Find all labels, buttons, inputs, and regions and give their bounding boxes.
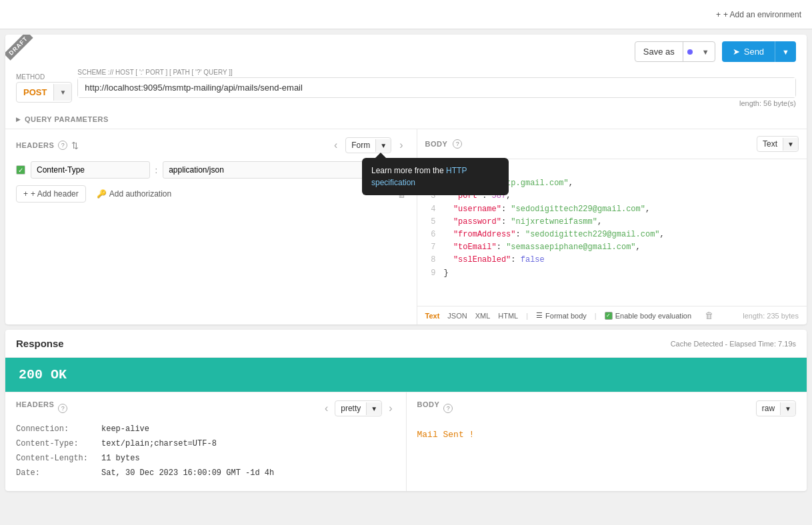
check-icon: ✓ <box>18 167 23 174</box>
send-button[interactable]: ➤ Send ▼ <box>722 41 796 62</box>
pretty-dropdown-arrow-icon: ▼ <box>366 402 381 415</box>
body-info-icon[interactable]: ? <box>453 139 462 149</box>
headers-expand-right-btn[interactable]: › <box>397 138 405 153</box>
request-panel: DRAFT Save as ▼ ➤ Send ▼ METHOD POST ▼ S… <box>5 35 807 324</box>
text-format-arrow-icon: ▼ <box>783 138 798 151</box>
enable-eval-checkbox[interactable]: ✓ <box>605 312 613 320</box>
query-params-triangle-icon: ▶ <box>16 116 21 123</box>
method-label: METHOD <box>16 73 72 81</box>
status-code: 200 OK <box>19 367 67 382</box>
send-btn-main[interactable]: ➤ Send <box>722 41 775 62</box>
body-label: BODY <box>425 140 448 148</box>
headers-info-icon[interactable]: ? <box>58 141 67 150</box>
header-key-input[interactable] <box>31 161 150 179</box>
resp-body-label: BODY <box>417 400 440 408</box>
header-value-input[interactable] <box>163 161 389 179</box>
add-authorization-button[interactable]: 🔑 Add authorization <box>97 189 171 199</box>
colon-separator: : <box>155 165 158 175</box>
check-icon: ✓ <box>606 312 611 318</box>
resp-headers-label: HEADERS <box>16 400 54 408</box>
resp-header-connection: Connection: keep-alive <box>16 424 395 434</box>
url-row: METHOD POST ▼ SCHEME :// HOST [ ':' PORT… <box>5 69 807 113</box>
top-bar: + + Add an environment <box>0 0 812 29</box>
footer-separator: | <box>526 312 528 320</box>
headers-label: HEADERS <box>16 141 54 149</box>
tooltip-arrow <box>375 153 386 158</box>
form-dropdown[interactable]: Form ▼ <box>345 137 391 153</box>
format-icon: ☰ <box>536 311 543 320</box>
code-line-6: 6 "fromAddress": "sedodigittech229@gmail… <box>425 229 799 241</box>
headers-panel-header: HEADERS ? ⇅ ‹ Form ▼ › <box>16 137 406 153</box>
save-as-arrow-icon: ▼ <box>697 43 715 61</box>
response-headers-panel: HEADERS ? ‹ pretty ▼ › Connection: keep-… <box>5 392 407 491</box>
send-label: Send <box>744 47 764 57</box>
body-tab-html[interactable]: HTML <box>498 312 518 320</box>
response-body-panel: BODY ? raw ▼ Mail Sent ! <box>407 392 807 491</box>
headers-sort-icon[interactable]: ⇅ <box>71 141 79 151</box>
footer-separator-2: | <box>595 312 597 320</box>
raw-dropdown[interactable]: raw ▼ <box>756 400 796 416</box>
method-arrow-icon: ▼ <box>53 84 71 101</box>
code-line-9: 9 } <box>425 267 799 280</box>
method-selector: METHOD POST ▼ <box>16 73 72 103</box>
body-length: length: 235 bytes <box>743 312 799 320</box>
response-body-content: Mail Sent ! <box>417 424 797 445</box>
format-body-label: Format body <box>545 312 587 320</box>
body-panel-header: BODY ? Text ▼ <box>417 129 807 159</box>
resp-headers-list: Connection: keep-alive Content-Type: tex… <box>16 424 395 478</box>
pretty-label: pretty <box>335 401 366 416</box>
draft-badge: DRAFT <box>5 35 33 61</box>
header-checkbox[interactable]: ✓ <box>16 165 25 175</box>
save-as-label: Save as <box>635 42 683 61</box>
headers-collapse-left-btn[interactable]: ‹ <box>331 138 340 153</box>
form-dropdown-text: Form <box>346 138 375 153</box>
status-bar: 200 OK <box>5 358 807 392</box>
body-tab-xml[interactable]: XML <box>475 312 491 320</box>
code-line-8: 8 "sslEnabled": false <box>425 254 799 266</box>
save-as-button[interactable]: Save as ▼ <box>635 41 715 62</box>
plus-icon: + <box>716 10 721 19</box>
tooltip-text: Learn more from the <box>371 166 446 175</box>
request-actions-row: Save as ▼ ➤ Send ▼ <box>5 35 807 69</box>
raw-label: raw <box>757 401 780 416</box>
add-environment-button[interactable]: + + Add an environment <box>716 10 801 19</box>
cache-info: Cache Detected - Elapsed Time: 7.19s <box>671 340 796 348</box>
send-icon: ➤ <box>733 47 740 57</box>
query-params-row[interactable]: ▶ QUERY PARAMETERS <box>5 113 807 129</box>
resp-header-content-length: Content-Length: 11 bytes <box>16 454 395 463</box>
resp-collapse-left-btn[interactable]: ‹ <box>322 401 331 416</box>
response-title: Response <box>16 338 64 349</box>
body-footer: Text JSON XML HTML | ☰ Format body | ✓ E… <box>417 306 807 324</box>
query-params-label: QUERY PARAMETERS <box>25 115 109 123</box>
response-panels: HEADERS ? ‹ pretty ▼ › Connection: keep-… <box>5 392 807 491</box>
resp-header-content-type: Content-Type: text/plain;charset=UTF-8 <box>16 439 395 448</box>
pretty-dropdown[interactable]: pretty ▼ <box>335 400 382 416</box>
url-label: SCHEME :// HOST [ ':' PORT ] [ PATH [ '?… <box>77 69 796 76</box>
body-tab-text[interactable]: Text <box>425 312 440 320</box>
text-format-label: Text <box>757 137 783 151</box>
resp-body-panel-header: BODY ? raw ▼ <box>417 400 797 416</box>
send-dropdown-icon[interactable]: ▼ <box>775 43 796 61</box>
code-line-4: 4 "username": "sedodigittech229@gmail.co… <box>425 203 799 216</box>
resp-headers-info-icon[interactable]: ? <box>58 404 67 413</box>
clear-body-button[interactable]: 🗑 <box>705 310 713 320</box>
url-input[interactable] <box>78 78 795 97</box>
enable-body-eval[interactable]: ✓ Enable body evaluation <box>605 312 691 320</box>
resp-headers-panel-header: HEADERS ? ‹ pretty ▼ › <box>16 400 395 416</box>
enable-eval-label: Enable body evaluation <box>615 312 691 320</box>
resp-expand-right-btn[interactable]: › <box>386 401 395 416</box>
format-body-button[interactable]: ☰ Format body <box>536 311 587 320</box>
resp-body-info-icon[interactable]: ? <box>443 404 453 413</box>
plus-icon: + <box>23 189 28 199</box>
url-input-wrap <box>77 77 796 98</box>
add-auth-label: Add authorization <box>109 189 171 199</box>
form-dropdown-arrow-icon: ▼ <box>375 139 391 152</box>
key-icon: 🔑 <box>97 189 107 199</box>
add-header-button[interactable]: + + Add header <box>16 185 86 203</box>
text-format-dropdown[interactable]: Text ▼ <box>757 136 799 152</box>
http-tooltip: Learn more from the HTTP specification <box>362 158 509 195</box>
raw-dropdown-arrow-icon: ▼ <box>780 402 795 415</box>
url-container: SCHEME :// HOST [ ':' PORT ] [ PATH [ '?… <box>77 69 796 107</box>
method-dropdown[interactable]: POST ▼ <box>16 82 72 103</box>
body-tab-json[interactable]: JSON <box>447 312 467 320</box>
